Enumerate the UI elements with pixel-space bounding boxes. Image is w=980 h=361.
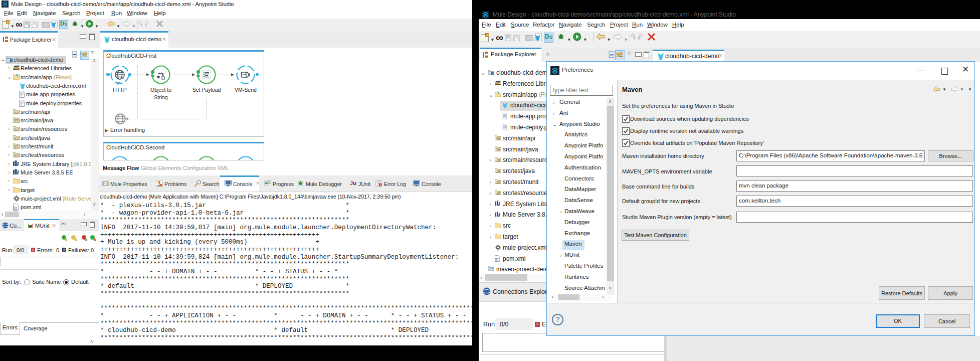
svg-text:x: x <box>496 258 497 261</box>
svg-text:x: x <box>14 207 16 210</box>
